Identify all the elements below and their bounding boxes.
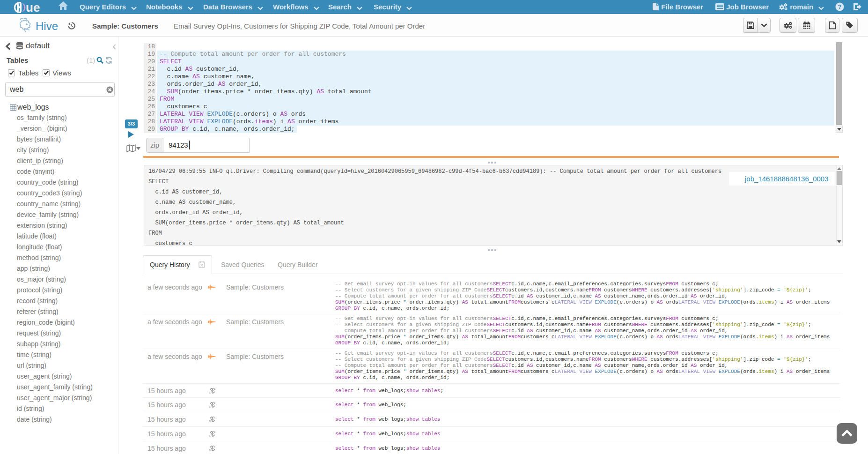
svg-text:?: ?: [838, 3, 842, 10]
svg-text:ue: ue: [26, 1, 40, 14]
